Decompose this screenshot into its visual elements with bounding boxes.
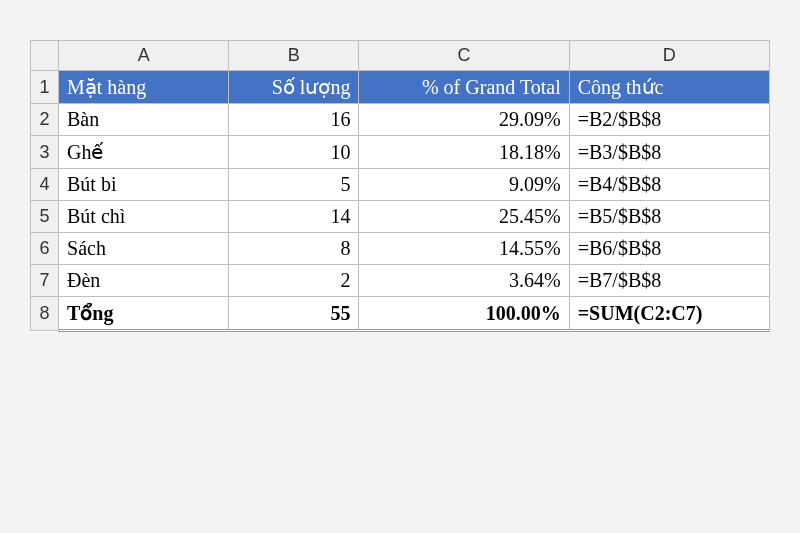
cell-A7[interactable]: Đèn bbox=[59, 265, 229, 297]
cell-C1[interactable]: % of Grand Total bbox=[359, 71, 569, 104]
row-2: 2 Bàn 16 29.09% =B2/$B$8 bbox=[31, 104, 770, 136]
col-header-D[interactable]: D bbox=[569, 41, 769, 71]
cell-D1[interactable]: Công thức bbox=[569, 71, 769, 104]
cell-C8[interactable]: 100.00% bbox=[359, 297, 569, 331]
select-all-corner[interactable] bbox=[31, 41, 59, 71]
cell-B5[interactable]: 14 bbox=[229, 201, 359, 233]
cell-A3[interactable]: Ghế bbox=[59, 136, 229, 169]
cell-C2[interactable]: 29.09% bbox=[359, 104, 569, 136]
cell-A6[interactable]: Sách bbox=[59, 233, 229, 265]
row-4: 4 Bút bi 5 9.09% =B4/$B$8 bbox=[31, 169, 770, 201]
cell-A5[interactable]: Bút chì bbox=[59, 201, 229, 233]
row-header-3[interactable]: 3 bbox=[31, 136, 59, 169]
cell-D7[interactable]: =B7/$B$8 bbox=[569, 265, 769, 297]
cell-B7[interactable]: 2 bbox=[229, 265, 359, 297]
cell-D2[interactable]: =B2/$B$8 bbox=[569, 104, 769, 136]
cell-A2[interactable]: Bàn bbox=[59, 104, 229, 136]
cell-A4[interactable]: Bút bi bbox=[59, 169, 229, 201]
cell-D8[interactable]: =SUM(C2:C7) bbox=[569, 297, 769, 331]
row-6: 6 Sách 8 14.55% =B6/$B$8 bbox=[31, 233, 770, 265]
row-header-1[interactable]: 1 bbox=[31, 71, 59, 104]
cell-C5[interactable]: 25.45% bbox=[359, 201, 569, 233]
cell-C7[interactable]: 3.64% bbox=[359, 265, 569, 297]
row-header-2[interactable]: 2 bbox=[31, 104, 59, 136]
cell-B2[interactable]: 16 bbox=[229, 104, 359, 136]
row-1: 1 Mặt hàng Số lượng % of Grand Total Côn… bbox=[31, 71, 770, 104]
cell-C6[interactable]: 14.55% bbox=[359, 233, 569, 265]
cell-D5[interactable]: =B5/$B$8 bbox=[569, 201, 769, 233]
spreadsheet-grid[interactable]: A B C D 1 Mặt hàng Số lượng % of Grand T… bbox=[30, 40, 770, 332]
cell-D6[interactable]: =B6/$B$8 bbox=[569, 233, 769, 265]
row-8: 8 Tổng 55 100.00% =SUM(C2:C7) bbox=[31, 297, 770, 331]
cell-A8[interactable]: Tổng bbox=[59, 297, 229, 331]
row-5: 5 Bút chì 14 25.45% =B5/$B$8 bbox=[31, 201, 770, 233]
cell-B8[interactable]: 55 bbox=[229, 297, 359, 331]
column-header-row: A B C D bbox=[31, 41, 770, 71]
col-header-C[interactable]: C bbox=[359, 41, 569, 71]
cell-D3[interactable]: =B3/$B$8 bbox=[569, 136, 769, 169]
col-header-B[interactable]: B bbox=[229, 41, 359, 71]
row-3: 3 Ghế 10 18.18% =B3/$B$8 bbox=[31, 136, 770, 169]
cell-B6[interactable]: 8 bbox=[229, 233, 359, 265]
col-header-A[interactable]: A bbox=[59, 41, 229, 71]
cell-D4[interactable]: =B4/$B$8 bbox=[569, 169, 769, 201]
cell-A1[interactable]: Mặt hàng bbox=[59, 71, 229, 104]
cell-B4[interactable]: 5 bbox=[229, 169, 359, 201]
row-header-5[interactable]: 5 bbox=[31, 201, 59, 233]
row-header-8[interactable]: 8 bbox=[31, 297, 59, 331]
cell-C3[interactable]: 18.18% bbox=[359, 136, 569, 169]
row-header-7[interactable]: 7 bbox=[31, 265, 59, 297]
row-header-6[interactable]: 6 bbox=[31, 233, 59, 265]
cell-B3[interactable]: 10 bbox=[229, 136, 359, 169]
row-header-4[interactable]: 4 bbox=[31, 169, 59, 201]
cell-B1[interactable]: Số lượng bbox=[229, 71, 359, 104]
cell-C4[interactable]: 9.09% bbox=[359, 169, 569, 201]
row-7: 7 Đèn 2 3.64% =B7/$B$8 bbox=[31, 265, 770, 297]
